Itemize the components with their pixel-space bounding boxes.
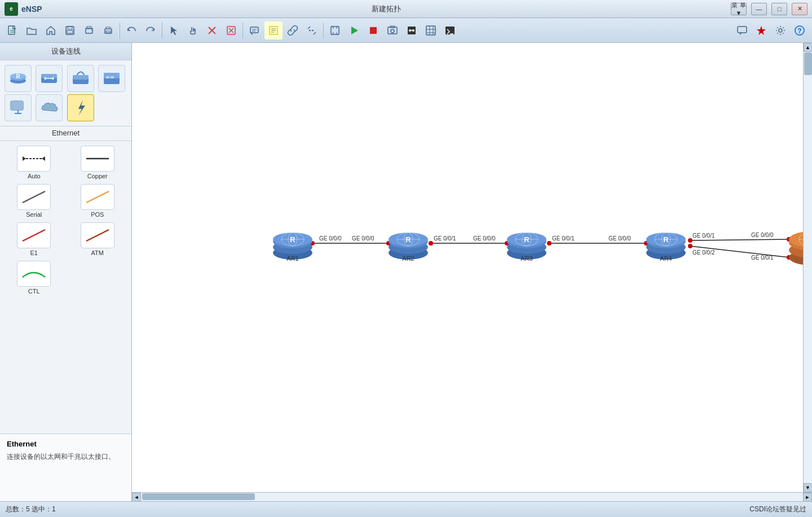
- scroll-track: [804, 52, 812, 483]
- open-button[interactable]: [23, 21, 41, 40]
- link-button[interactable]: [284, 21, 302, 40]
- h-scroll-track: [141, 493, 803, 501]
- dot-ar4-out1: [688, 238, 692, 243]
- scroll-left-arrow[interactable]: ◄: [132, 493, 141, 502]
- delete-button[interactable]: [203, 21, 221, 40]
- huawei-button[interactable]: [752, 21, 770, 40]
- settings-button[interactable]: [771, 21, 789, 40]
- svg-rect-10: [106, 31, 111, 33]
- port-ar5-ge001: GE 0/0/1: [751, 255, 774, 261]
- main-layout: 设备连线 R: [0, 43, 812, 501]
- restore-button[interactable]: □: [771, 3, 787, 15]
- dot-ar2-out: [429, 241, 433, 246]
- app-name: eNSP: [21, 5, 42, 14]
- redo-button[interactable]: [142, 21, 160, 40]
- ethernet-device-icon[interactable]: [67, 94, 94, 121]
- panel-header: 设备连线: [0, 43, 131, 60]
- fit-button[interactable]: [326, 21, 344, 40]
- e1-icon: [17, 222, 51, 248]
- wireless-device-icon[interactable]: [67, 65, 94, 92]
- svg-point-29: [391, 29, 394, 33]
- port-ar2-ge000: GE 0/0/0: [352, 235, 374, 242]
- statusbar: 总数：5 选中：1 CSDI论坛答疑见过: [0, 501, 812, 517]
- svg-text:AR1: AR1: [286, 255, 298, 262]
- atm-label: ATM: [91, 249, 104, 256]
- auto-connection[interactable]: Auto: [5, 146, 64, 179]
- svg-marker-67: [42, 156, 45, 161]
- node-ar4[interactable]: R AR4: [646, 233, 686, 262]
- atm-connection[interactable]: ATM: [68, 222, 127, 256]
- minimize-button[interactable]: —: [751, 3, 767, 15]
- ctl-connection[interactable]: CTL: [5, 261, 64, 295]
- scroll-right-arrow[interactable]: ►: [803, 493, 812, 502]
- right-scrollbar[interactable]: ▲ ▼: [803, 43, 812, 492]
- svg-text:R: R: [16, 73, 20, 80]
- print-button[interactable]: [99, 21, 117, 40]
- port-ar3-ge001: GE 0/0/1: [552, 235, 575, 242]
- start-button[interactable]: [345, 21, 363, 40]
- topology-button[interactable]: [403, 21, 421, 40]
- pos-icon: [81, 184, 114, 210]
- link-ar4-ar5-top: [690, 239, 789, 240]
- description-panel: Ethernet 连接设备的以太网和千兆以太接口。: [0, 433, 131, 501]
- chat-right-button[interactable]: [733, 21, 751, 40]
- close-button[interactable]: ✕: [792, 3, 807, 15]
- stop-button[interactable]: [364, 21, 382, 40]
- home-button[interactable]: [42, 21, 60, 40]
- comment-button[interactable]: [245, 21, 263, 40]
- app-logo: e eNSP: [5, 2, 42, 16]
- node-ar2[interactable]: R AR2: [389, 233, 428, 262]
- clear-button[interactable]: [222, 21, 240, 40]
- capture-button[interactable]: [383, 21, 401, 40]
- router-device-icon[interactable]: R: [5, 65, 32, 92]
- pc-device-icon[interactable]: [5, 94, 32, 121]
- atm-icon: [81, 222, 114, 248]
- topology-canvas[interactable]: GE 0/0/0 GE 0/0/0 GE 0/0/1 GE 0/0/0 GE 0…: [132, 43, 803, 492]
- copper-label: Copper: [87, 173, 108, 179]
- port-ar4-ge001: GE 0/0/1: [692, 233, 715, 239]
- desc-title: Ethernet: [7, 440, 125, 448]
- titlebar: e eNSP 新建拓扑 菜 单▼ — □ ✕: [0, 0, 812, 18]
- copper-icon: [81, 146, 114, 172]
- note-button[interactable]: [264, 21, 283, 40]
- scroll-up-arrow[interactable]: ▲: [804, 43, 813, 52]
- bottom-scrollbar[interactable]: ◄ ►: [132, 492, 812, 501]
- svg-line-72: [86, 230, 109, 241]
- help-button[interactable]: ?: [791, 21, 809, 40]
- select-button[interactable]: [165, 21, 183, 40]
- port-ar1-ge000: GE 0/0/0: [319, 235, 342, 242]
- svg-marker-64: [78, 100, 85, 116]
- e1-connection[interactable]: E1: [5, 222, 64, 256]
- node-ar1[interactable]: R AR1: [273, 233, 312, 262]
- separator-1: [120, 23, 120, 38]
- unlink-button[interactable]: [303, 21, 321, 40]
- canvas-row: GE 0/0/0 GE 0/0/0 GE 0/0/1 GE 0/0/0 GE 0…: [132, 43, 812, 492]
- node-ar3[interactable]: R AR3: [507, 233, 546, 262]
- svg-text:AR2: AR2: [402, 255, 414, 262]
- grid-button[interactable]: [422, 21, 440, 40]
- pos-connection[interactable]: POS: [68, 184, 127, 218]
- save-button[interactable]: [61, 21, 79, 40]
- node-ar5[interactable]: R AR5: [789, 231, 803, 268]
- other-device-icon[interactable]: [98, 65, 125, 92]
- switch-device-icon[interactable]: [36, 65, 63, 92]
- terminal-button[interactable]: [441, 21, 459, 40]
- scroll-down-arrow[interactable]: ▼: [804, 483, 813, 492]
- print-preview-button[interactable]: [80, 21, 98, 40]
- cloud-device-icon[interactable]: [36, 94, 63, 121]
- svg-rect-58: [106, 76, 109, 78]
- undo-button[interactable]: [122, 21, 140, 40]
- serial-icon: [17, 184, 51, 210]
- ctl-icon: [17, 261, 51, 287]
- menu-button[interactable]: 菜 单▼: [731, 3, 747, 15]
- scroll-thumb[interactable]: [804, 52, 812, 75]
- new-button[interactable]: [3, 21, 21, 40]
- hand-button[interactable]: [184, 21, 202, 40]
- auto-label: Auto: [28, 173, 41, 179]
- status-count: 总数：5 选中：1: [6, 505, 56, 514]
- svg-rect-59: [111, 76, 114, 78]
- svg-line-70: [86, 191, 109, 203]
- h-scroll-thumb[interactable]: [142, 493, 255, 500]
- serial-connection[interactable]: Serial: [5, 184, 64, 218]
- copper-connection[interactable]: Copper: [68, 146, 127, 179]
